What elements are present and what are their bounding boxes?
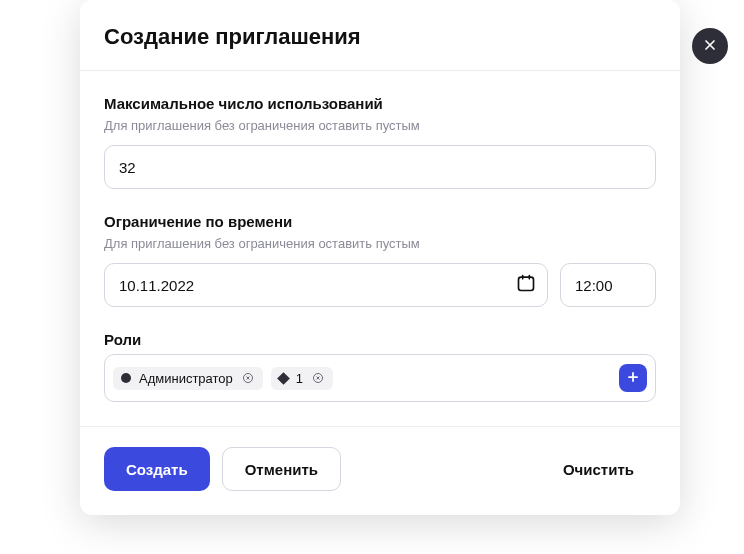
date-input[interactable] [104,263,548,307]
max-uses-label: Максимальное число использований [104,95,656,112]
diamond-icon [277,372,290,385]
role-chip-1[interactable]: 1 [271,367,333,390]
modal-body: Максимальное число использований Для при… [80,71,680,426]
remove-icon[interactable] [241,371,255,385]
close-icon [702,37,718,56]
close-button[interactable] [692,28,728,64]
roles-box: Администратор 1 [104,354,656,402]
plus-icon [626,370,640,387]
remove-icon[interactable] [311,371,325,385]
modal-header: Создание приглашения [80,0,680,71]
max-uses-group: Максимальное число использований Для при… [104,95,656,189]
dot-icon [121,373,131,383]
role-chip-label: 1 [296,371,303,386]
roles-label: Роли [104,331,656,348]
create-button[interactable]: Создать [104,447,210,491]
create-invitation-modal: Создание приглашения Максимальное число … [80,0,680,515]
time-input[interactable] [560,263,656,307]
time-limit-group: Ограничение по времени Для приглашения б… [104,213,656,307]
time-limit-help: Для приглашения без ограничения оставить… [104,236,656,251]
roles-group: Роли Администратор 1 [104,331,656,402]
add-role-button[interactable] [619,364,647,392]
cancel-button[interactable]: Отменить [222,447,341,491]
date-input-wrap [104,263,548,307]
clear-button[interactable]: Очистить [541,447,656,491]
time-limit-label: Ограничение по времени [104,213,656,230]
time-input-wrap [560,263,656,307]
modal-title: Создание приглашения [104,24,656,50]
modal-footer: Создать Отменить Очистить [80,426,680,515]
max-uses-help: Для приглашения без ограничения оставить… [104,118,656,133]
role-chip-label: Администратор [139,371,233,386]
time-limit-row [104,263,656,307]
role-chip-administrator[interactable]: Администратор [113,367,263,390]
max-uses-input[interactable] [104,145,656,189]
